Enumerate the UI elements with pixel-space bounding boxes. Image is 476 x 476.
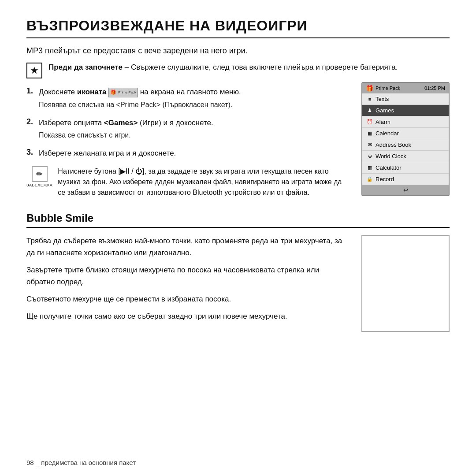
device-back-button[interactable]: ↩ <box>362 185 449 195</box>
menu-item-addressbook-label: Address Book <box>376 141 411 148</box>
menu-item-worldclock[interactable]: ⊕ World Clock <box>362 151 449 162</box>
device-header-label: Prime Pack <box>376 86 400 91</box>
calculator-icon: ▦ <box>367 165 373 171</box>
step-1-num: 1. <box>26 86 39 96</box>
step-3-num: 3. <box>26 148 39 157</box>
prime-pack-icon: 🎁Prime Pack <box>108 88 138 97</box>
menu-item-alarm-label: Alarm <box>376 119 390 125</box>
page-title: ВЪЗПРОИЗВЕЖДАНЕ НА ВИДЕОИГРИ <box>26 18 450 38</box>
step-1-main: Докоснете иконата 🎁Prime Pack на екрана … <box>39 88 241 96</box>
zab-img: ✏ <box>32 166 48 182</box>
menu-item-texts[interactable]: ≡ Texts <box>362 93 449 105</box>
calendar-icon: ▦ <box>367 130 373 137</box>
menu-item-calculator-label: Calculator <box>376 164 402 171</box>
zabelezhka-label: ЗАБЕЛЕЖКА <box>26 183 52 187</box>
step-1-content: Докоснете иконата 🎁Prime Pack на екрана … <box>39 86 241 110</box>
step-2: 2. Изберете опцията <Games> (Игри) и я д… <box>26 117 348 141</box>
footer: 98 _ предимства на основния пакет <box>26 459 136 466</box>
menu-item-record-label: Record <box>376 176 394 182</box>
record-icon: 🔒 <box>367 176 373 182</box>
bubble-title: Bubble Smile <box>26 212 450 228</box>
device-header-left: 🎁 Prime Pack <box>366 85 400 92</box>
alarm-icon: ⏰ <box>367 119 373 125</box>
menu-item-texts-label: Texts <box>376 96 389 102</box>
worldclock-icon: ⊕ <box>367 153 373 160</box>
back-arrow-icon: ↩ <box>403 187 408 193</box>
menu-item-games-label: Games <box>376 107 394 114</box>
device-mockup: 🎁 Prime Pack 01:25 PM ≡ Texts ♟ Games <box>361 82 450 203</box>
step-3-content: Изберете желаната игра и я докоснете. <box>39 148 176 159</box>
step-3: 3. Изберете желаната игра и я докоснете. <box>26 148 348 159</box>
step-2-num: 2. <box>26 117 39 126</box>
bubble-image <box>361 235 450 332</box>
bubble-text-3: Съответното мехурче ще се премести в изб… <box>26 293 348 305</box>
menu-item-calculator[interactable]: ▦ Calculator <box>362 162 449 174</box>
menu-item-alarm[interactable]: ⏰ Alarm <box>362 116 449 128</box>
device-header: 🎁 Prime Pack 01:25 PM <box>362 83 449 93</box>
step-2-content: Изберете опцията <Games> (Игри) и я доко… <box>39 117 213 141</box>
menu-item-games[interactable]: ♟ Games <box>362 105 449 116</box>
games-icon: ♟ <box>367 108 373 114</box>
steps-area: 1. Докоснете иконата 🎁Prime Pack на екра… <box>26 86 450 203</box>
step-2-main: Изберете опцията <Games> (Игри) и я доко… <box>39 119 213 127</box>
menu-item-addressbook[interactable]: ✉ Address Book <box>362 139 449 151</box>
lower-text: Трябва да съберете възможно най-много то… <box>26 235 348 332</box>
addressbook-icon: ✉ <box>367 142 373 148</box>
lower-area: Трябва да съберете възможно най-много то… <box>26 235 450 332</box>
star-icon: ★ <box>26 63 42 78</box>
zabelezhka-box: ✏ ЗАБЕЛЕЖКА Натиснете бутона [▶II / ⏻], … <box>26 166 348 198</box>
bubble-text-1: Трябва да съберете възможно най-много то… <box>26 235 348 259</box>
menu-item-record[interactable]: 🔒 Record <box>362 174 449 185</box>
step-1-sub: Появява се списъка на <Prime Pack> (Първ… <box>39 100 241 110</box>
step-2-sub: Показва се списъкът с игри. <box>39 130 213 141</box>
zabelezhka-icon: ✏ ЗАБЕЛЕЖКА <box>26 166 52 187</box>
step-3-main: Изберете желаната игра и я докоснете. <box>39 149 176 157</box>
intro-text: MP3 плейърът се предоставя с вече зареде… <box>26 46 450 56</box>
menu-item-worldclock-label: World Clock <box>376 153 406 160</box>
menu-list: ≡ Texts ♟ Games ⏰ Alarm ▦ Calendar <box>362 93 449 185</box>
device-time: 01:25 PM <box>424 86 445 91</box>
bubble-text-2: Завъртете трите близко стоящи мехурчета … <box>26 264 348 288</box>
steps-left: 1. Докоснете иконата 🎁Prime Pack на екра… <box>26 86 348 203</box>
bubble-text-4: Ще получите точки само ако се съберат за… <box>26 310 348 322</box>
step-1: 1. Докоснете иконата 🎁Prime Pack на екра… <box>26 86 348 110</box>
note-content: Преди да започнете – Свържете слушалките… <box>48 62 398 73</box>
device-screen: 🎁 Prime Pack 01:25 PM ≡ Texts ♟ Games <box>361 82 450 196</box>
zabelezhka-text: Натиснете бутона [▶II / ⏻], за да зададе… <box>58 166 348 198</box>
device-header-icon: 🎁 <box>366 85 373 92</box>
texts-icon: ≡ <box>367 96 373 102</box>
note-box: ★ Преди да започнете – Свържете слушалки… <box>26 62 450 78</box>
menu-item-calendar-label: Calendar <box>376 130 399 137</box>
menu-item-calendar[interactable]: ▦ Calendar <box>362 128 449 139</box>
